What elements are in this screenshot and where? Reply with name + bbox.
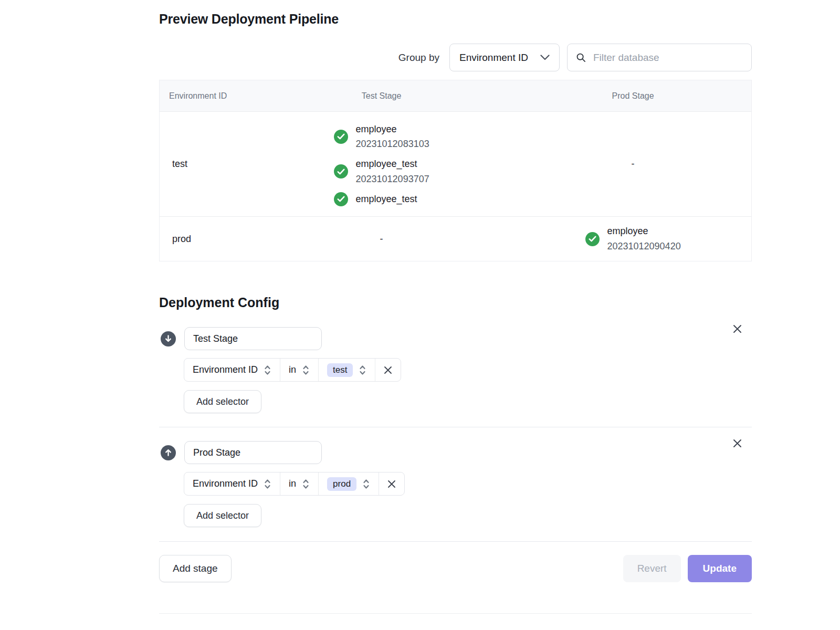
check-circle-icon <box>334 192 348 206</box>
database-version: 20231012083103 <box>356 136 429 152</box>
chevron-up-down-icon <box>264 363 271 377</box>
selector-value-tag: test <box>327 363 353 377</box>
remove-selector-button[interactable] <box>379 472 404 495</box>
group-by-select[interactable]: Environment ID <box>449 44 560 71</box>
test-stage-empty-cell: - <box>248 234 514 245</box>
filter-database-box <box>567 44 752 71</box>
stage-divider <box>159 427 752 427</box>
remove-stage-button[interactable] <box>732 438 742 448</box>
selector-key-value: Environment ID <box>193 478 258 489</box>
chevron-up-down-icon <box>264 477 271 491</box>
preview-deployment-pipeline-panel: Preview Deployment Pipeline Group by Env… <box>159 0 752 614</box>
environment-id-cell: test <box>160 159 248 170</box>
pipeline-table: Environment ID Test Stage Prod Stage tes… <box>159 80 752 261</box>
table-row-prod: prod - employee 20231012090420 <box>160 216 751 261</box>
column-header-prod-stage: Prod Stage <box>514 91 751 101</box>
check-circle-icon <box>334 164 348 178</box>
group-by-label: Group by <box>398 52 439 64</box>
selector-key-select[interactable]: Environment ID <box>184 472 280 495</box>
database-name: employee_test <box>356 156 429 172</box>
chevron-up-down-icon <box>302 363 310 377</box>
chevron-up-down-icon <box>302 477 310 491</box>
database-entry: employee 20231012083103 <box>334 122 429 152</box>
database-version: 20231012090420 <box>607 239 681 254</box>
deployment-config-title: Deployment Config <box>159 295 752 310</box>
arrow-down-circle-icon[interactable] <box>161 331 176 346</box>
close-icon <box>732 324 742 334</box>
table-row-test: test employee 20231012083103 employee_te… <box>160 112 751 216</box>
selector-operator-value: in <box>289 478 296 489</box>
add-selector-button[interactable]: Add selector <box>184 504 261 527</box>
revert-button[interactable]: Revert <box>623 555 681 582</box>
update-button[interactable]: Update <box>688 555 752 582</box>
selector-value-select[interactable]: prod <box>318 472 379 495</box>
selector-key-select[interactable]: Environment ID <box>184 359 280 381</box>
database-entry: employee 20231012090420 <box>585 224 681 254</box>
close-icon <box>383 365 393 375</box>
stage-name-input[interactable] <box>184 441 322 464</box>
remove-stage-button[interactable] <box>732 324 742 334</box>
add-selector-button[interactable]: Add selector <box>184 390 261 413</box>
prod-stage-cell: employee 20231012090420 <box>514 224 751 254</box>
check-circle-icon <box>334 130 348 144</box>
bottom-divider <box>159 613 752 614</box>
chevron-down-icon <box>540 55 550 60</box>
database-version: 20231012093707 <box>356 172 429 187</box>
check-circle-icon <box>585 232 600 246</box>
environment-id-cell: prod <box>160 234 248 245</box>
stage-block-prod: Environment ID in prod Add selector <box>159 441 752 527</box>
remove-selector-button[interactable] <box>375 359 401 381</box>
stage-block-test: Environment ID in test Add selector <box>159 327 752 413</box>
selector-value-select[interactable]: test <box>318 359 375 381</box>
database-name: employee_test <box>356 192 417 207</box>
group-by-value: Environment ID <box>459 52 528 64</box>
footer-divider <box>159 541 752 542</box>
filter-database-input[interactable] <box>592 51 743 64</box>
column-header-test-stage: Test Stage <box>248 91 514 101</box>
database-name: employee <box>356 122 429 137</box>
selector-operator-select[interactable]: in <box>280 359 318 381</box>
database-entry: employee_test 20231012093707 <box>334 156 429 187</box>
pipeline-table-header: Environment ID Test Stage Prod Stage <box>160 80 751 112</box>
prod-stage-empty-cell: - <box>514 159 751 170</box>
test-stage-cell: employee 20231012083103 employee_test 20… <box>248 122 514 207</box>
close-icon <box>387 479 396 489</box>
close-icon <box>732 438 742 448</box>
toolbar: Group by Environment ID <box>159 44 752 71</box>
selector-value-tag: prod <box>327 477 356 491</box>
selector-operator-select[interactable]: in <box>280 472 318 495</box>
stage-name-input[interactable] <box>184 327 322 350</box>
search-icon <box>576 52 586 63</box>
arrow-up-circle-icon[interactable] <box>161 445 176 460</box>
chevron-up-down-icon <box>359 363 366 377</box>
database-name: employee <box>607 224 681 239</box>
database-entry: employee_test <box>334 192 429 207</box>
chevron-up-down-icon <box>362 477 370 491</box>
selector-row: Environment ID in prod <box>184 472 405 496</box>
page-title: Preview Deployment Pipeline <box>159 0 752 27</box>
add-stage-button[interactable]: Add stage <box>159 555 232 582</box>
config-footer: Add stage Revert Update <box>159 555 752 582</box>
selector-key-value: Environment ID <box>193 364 258 375</box>
selector-row: Environment ID in test <box>184 358 401 382</box>
column-header-environment-id: Environment ID <box>160 91 248 101</box>
selector-operator-value: in <box>289 364 296 375</box>
